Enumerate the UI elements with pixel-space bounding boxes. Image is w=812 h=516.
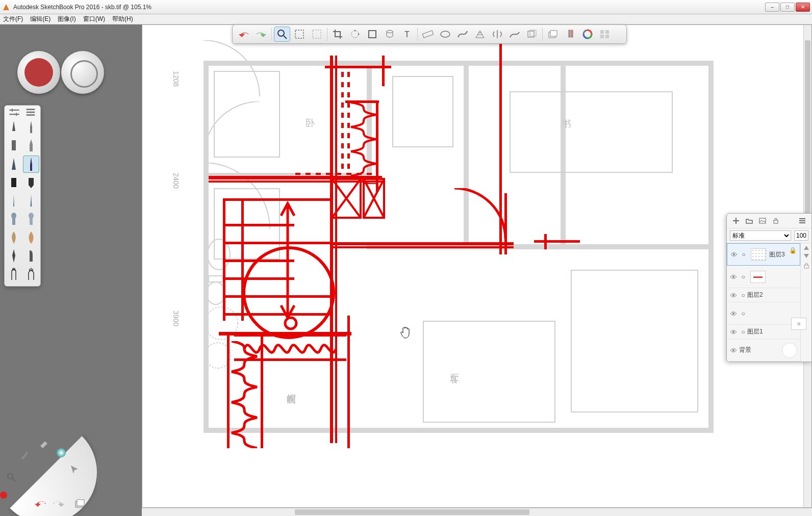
lagoon: [0, 416, 102, 516]
lock-icon[interactable]: [772, 217, 780, 225]
svg-point-1: [207, 282, 225, 304]
image-icon[interactable]: [758, 217, 767, 225]
bucket-tool-button[interactable]: [382, 27, 398, 42]
ellipse-guide-button[interactable]: [437, 27, 453, 42]
stroke-tool-button[interactable]: [506, 27, 523, 42]
canvas[interactable]: 1208 2400 3900 卧 书 客厅 衣帽间: [142, 25, 803, 507]
brush-library-button[interactable]: [597, 27, 613, 42]
minimize-button[interactable]: –: [765, 3, 779, 12]
layer-row-layer2[interactable]: ○图层2: [727, 288, 800, 302]
layer-radio[interactable]: ○: [739, 310, 747, 317]
color-editor-button[interactable]: [579, 27, 596, 42]
brush-fill-taper[interactable]: [23, 174, 39, 191]
flipbook-button[interactable]: [524, 27, 540, 42]
svg-point-15: [8, 474, 13, 479]
ruler-tool-button[interactable]: [420, 27, 436, 42]
redo-icon[interactable]: [51, 497, 65, 511]
workspace: 1208 2400 3900 卧 书 客厅 衣帽间: [0, 24, 812, 516]
zoom-icon[interactable]: [4, 470, 18, 484]
brush-fine[interactable]: [23, 156, 39, 173]
brush-list-icon[interactable]: [25, 109, 36, 116]
add-layer-icon[interactable]: [732, 217, 740, 225]
brush-marker[interactable]: [6, 137, 22, 154]
french-curve-button[interactable]: [454, 27, 471, 42]
brush-soft[interactable]: [6, 211, 22, 228]
layer-opacity-input[interactable]: [794, 230, 808, 241]
maximize-button[interactable]: □: [780, 3, 795, 12]
brush-chisel[interactable]: [6, 156, 22, 173]
scrollbar-thumb[interactable]: [295, 509, 529, 515]
eraser-icon[interactable]: [37, 436, 51, 451]
brush-tool-icon[interactable]: [17, 448, 32, 462]
layer-radio[interactable]: ○: [739, 292, 747, 299]
menu-image[interactable]: 图像(I): [58, 15, 75, 23]
menu-help[interactable]: 帮助(H): [112, 15, 133, 23]
copic-library-button[interactable]: [562, 27, 578, 42]
lasso-tool-button[interactable]: [309, 27, 325, 42]
canvas-area[interactable]: 1208 2400 3900 卧 书 客厅 衣帽间: [142, 24, 812, 508]
layer-row-layer3[interactable]: ○图层3🔒: [727, 243, 800, 266]
visibility-icon[interactable]: [730, 293, 739, 298]
menu-window[interactable]: 窗口(W): [83, 15, 105, 23]
layer-row-bg[interactable]: 背景: [727, 339, 800, 362]
svg-point-35: [387, 31, 393, 33]
layer-row-layer-plan[interactable]: ○⊞: [727, 302, 800, 325]
layer-radio[interactable]: ○: [739, 328, 747, 336]
undo-button[interactable]: [236, 27, 252, 42]
menu-edit[interactable]: 编辑(E): [30, 15, 50, 23]
layer-row-layer-red[interactable]: ○▬▬: [727, 266, 800, 288]
crop-tool-button[interactable]: [329, 27, 346, 42]
visibility-icon[interactable]: [730, 274, 739, 279]
brush-soft2[interactable]: [23, 211, 39, 228]
brush-needle[interactable]: [6, 192, 22, 210]
brush-color-puck[interactable]: [6, 50, 113, 95]
layer-radio[interactable]: ○: [739, 273, 747, 280]
layer-row-layer1[interactable]: ○图层1: [727, 325, 800, 339]
layer-up-icon[interactable]: [803, 245, 809, 250]
marquee-tool-button[interactable]: [291, 27, 308, 42]
brush-fan[interactable]: [23, 266, 39, 283]
layers-icon[interactable]: [72, 497, 87, 511]
menu-icon[interactable]: [798, 217, 806, 225]
zoom-tool-button[interactable]: [274, 27, 290, 42]
visibility-icon[interactable]: [730, 348, 739, 353]
layer-lock-small-icon[interactable]: [803, 263, 809, 269]
menubar: 文件(F) 编辑(E) 图像(I) 窗口(W) 帮助(H): [0, 14, 812, 24]
brush-tech-pen[interactable]: [23, 119, 39, 136]
transform-tool-button[interactable]: [347, 27, 363, 42]
background-swatch: [782, 343, 797, 358]
close-button[interactable]: ✕: [796, 3, 810, 12]
brush-pencil[interactable]: [6, 119, 22, 136]
pointer-icon[interactable]: [67, 462, 82, 476]
menu-file[interactable]: 文件(F): [3, 15, 23, 23]
symmetry-button[interactable]: [489, 27, 505, 42]
undo-icon[interactable]: [34, 497, 48, 511]
brush-settings-icon[interactable]: [9, 109, 20, 116]
visibility-icon[interactable]: [730, 311, 739, 316]
brush-puck[interactable]: [61, 51, 104, 94]
layer-radio[interactable]: ○: [740, 251, 748, 258]
brush-inking[interactable]: [6, 247, 22, 265]
perspective-button[interactable]: [472, 27, 488, 42]
colorwheel-icon[interactable]: [54, 446, 68, 460]
redo-button[interactable]: [253, 27, 269, 42]
brush-airbrush[interactable]: [23, 229, 39, 246]
visibility-icon[interactable]: [730, 329, 739, 334]
brush-bristle[interactable]: [6, 266, 22, 283]
color-puck[interactable]: [17, 51, 60, 94]
brush-fill-square[interactable]: [6, 174, 22, 191]
visibility-icon[interactable]: [730, 252, 740, 257]
layer-thumbnail: ▬▬: [750, 271, 766, 283]
horizontal-scrollbar[interactable]: [142, 508, 812, 516]
folder-icon[interactable]: [745, 217, 753, 225]
text-tool-button[interactable]: T: [399, 27, 415, 42]
svg-rect-12: [12, 218, 15, 225]
brush-smudge[interactable]: [6, 229, 22, 246]
layer-down-icon[interactable]: [803, 253, 809, 259]
brush-ballpoint[interactable]: [23, 137, 39, 154]
brush-brushpen[interactable]: [23, 247, 39, 265]
shape-tool-button[interactable]: [364, 27, 380, 42]
layer-editor-button[interactable]: [545, 27, 561, 42]
brush-needle2[interactable]: [23, 192, 39, 210]
blend-mode-select[interactable]: 标准: [730, 230, 791, 241]
